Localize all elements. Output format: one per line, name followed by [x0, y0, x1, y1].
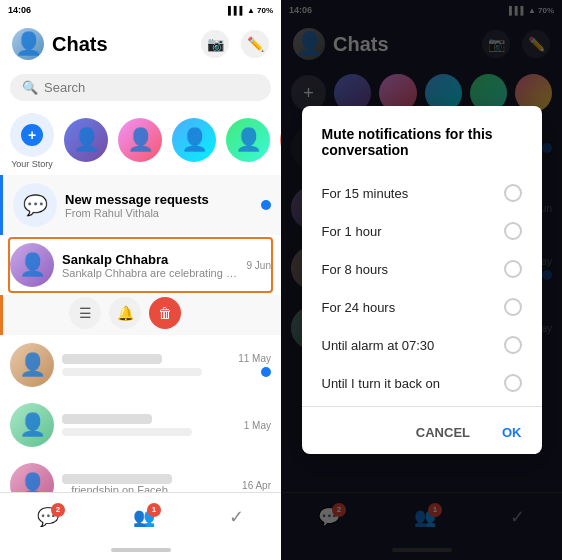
- chat-action-row: ☰ 🔔 🗑: [0, 295, 281, 335]
- nav-active-left[interactable]: ✓: [229, 506, 244, 528]
- edit-button-left[interactable]: ✏️: [241, 30, 269, 58]
- nav-chats-left[interactable]: 💬 2: [37, 506, 59, 528]
- nav-people-left[interactable]: 👥 1: [133, 506, 155, 528]
- wifi-icon: ▲: [247, 6, 255, 15]
- avatar-left[interactable]: 👤: [12, 28, 44, 60]
- chat-meta-2: 11 May: [238, 353, 271, 377]
- chat-content-3: [62, 414, 236, 436]
- radio-3[interactable]: [504, 298, 522, 316]
- signal-icon: ▌▌▌: [228, 6, 245, 15]
- radio-1[interactable]: [504, 222, 522, 240]
- story-avatar-3: 👤: [172, 118, 216, 162]
- active-icon-left: ✓: [229, 506, 244, 528]
- battery-text: 70%: [257, 6, 273, 15]
- mute-option-label-1: For 1 hour: [322, 224, 382, 239]
- chat-name-4: [62, 474, 172, 484]
- chats-badge-left: 2: [51, 503, 65, 517]
- modal-overlay[interactable]: Mute notifications for this conversation…: [281, 0, 562, 560]
- add-story-avatar[interactable]: +: [10, 113, 54, 157]
- chat-meta-4: 16 Apr: [242, 480, 271, 491]
- modal-title: Mute notifications for this conversation: [302, 126, 542, 174]
- chat-list-left: 💬 New message requests From Rahul Vithal…: [0, 175, 281, 492]
- chat-meta-1: 9 Jun: [247, 260, 271, 271]
- story-row-left: + Your Story 👤 👤 👤 👤 👤: [0, 107, 281, 175]
- mute-option-1[interactable]: For 1 hour: [302, 212, 542, 250]
- chat-name-1: Sankalp Chhabra: [62, 252, 239, 267]
- chat-avatar-4: 👤: [10, 463, 54, 492]
- radio-0[interactable]: [504, 184, 522, 202]
- mute-option-label-3: For 24 hours: [322, 300, 396, 315]
- unread-dot-0: [261, 200, 271, 210]
- menu-action-button[interactable]: ☰: [69, 297, 101, 329]
- story-item-1[interactable]: 👤: [64, 118, 108, 164]
- chat-meta-3: 1 May: [244, 420, 271, 431]
- message-request-icon: 💬: [13, 183, 57, 227]
- camera-button-left[interactable]: 📷: [201, 30, 229, 58]
- add-story-label: Your Story: [11, 159, 53, 169]
- chat-avatar-1: 👤: [10, 243, 54, 287]
- chat-item-4[interactable]: 👤 ...friendship on Faceb... 16 Apr: [0, 455, 281, 492]
- bottom-nav-left: 💬 2 👥 1 ✓: [0, 492, 281, 540]
- chat-content-1: Sankalp Chhabra Sankalp Chhabra are cele…: [62, 252, 239, 279]
- search-icon-left: 🔍: [22, 80, 38, 95]
- mute-option-label-4: Until alarm at 07:30: [322, 338, 435, 353]
- chat-name-3: [62, 414, 152, 424]
- chat-preview-4: ...friendship on Faceb...: [62, 484, 234, 492]
- chat-item-2[interactable]: 👤 11 May: [0, 335, 281, 395]
- chat-preview-1: Sankalp Chhabra are celebrating 7 years …: [62, 267, 239, 279]
- radio-4[interactable]: [504, 336, 522, 354]
- story-item-4[interactable]: 👤: [226, 118, 270, 164]
- mute-option-label-2: For 8 hours: [322, 262, 388, 277]
- new-message-request-item[interactable]: 💬 New message requests From Rahul Vithal…: [0, 175, 281, 235]
- chat-time-3: 1 May: [244, 420, 271, 431]
- add-story-item[interactable]: + Your Story: [10, 113, 54, 169]
- unread-dot-2: [261, 367, 271, 377]
- delete-action-button[interactable]: 🗑: [149, 297, 181, 329]
- search-input-left[interactable]: [44, 80, 259, 95]
- message-request-preview: From Rahul Vithala: [65, 207, 253, 219]
- bell-action-button[interactable]: 🔔: [109, 297, 141, 329]
- message-request-name: New message requests: [65, 192, 253, 207]
- story-avatar-2: 👤: [118, 118, 162, 162]
- search-bar-left[interactable]: 🔍: [10, 74, 271, 101]
- chat-avatar-3: 👤: [10, 403, 54, 447]
- page-title-left: Chats: [52, 33, 201, 56]
- chat-preview-3: [62, 428, 192, 436]
- home-bar-left: [111, 548, 171, 552]
- mute-modal: Mute notifications for this conversation…: [302, 106, 542, 454]
- modal-actions: CANCEL OK: [302, 411, 542, 454]
- story-avatar-1: 👤: [64, 118, 108, 162]
- mute-option-2[interactable]: For 8 hours: [302, 250, 542, 288]
- mute-option-label-0: For 15 minutes: [322, 186, 409, 201]
- time-left: 14:06: [8, 5, 31, 15]
- left-panel: 14:06 ▌▌▌ ▲ 70% 👤 Chats 📷 ✏️ 🔍 + Your St…: [0, 0, 281, 560]
- modal-divider: [302, 406, 542, 407]
- modal-ok-button[interactable]: OK: [494, 421, 530, 444]
- modal-cancel-button[interactable]: CANCEL: [408, 421, 478, 444]
- message-request-meta: [261, 200, 271, 210]
- chat-item-1[interactable]: 👤 Sankalp Chhabra Sankalp Chhabra are ce…: [0, 235, 281, 295]
- home-indicator-left: [0, 540, 281, 560]
- mute-option-5[interactable]: Until I turn it back on: [302, 364, 542, 402]
- mute-option-label-5: Until I turn it back on: [322, 376, 441, 391]
- status-bar-left: 14:06 ▌▌▌ ▲ 70%: [0, 0, 281, 20]
- mute-option-4[interactable]: Until alarm at 07:30: [302, 326, 542, 364]
- story-item-3[interactable]: 👤: [172, 118, 216, 164]
- chat-time-4: 16 Apr: [242, 480, 271, 491]
- chat-item-3[interactable]: 👤 1 May: [0, 395, 281, 455]
- radio-5[interactable]: [504, 374, 522, 392]
- mute-option-0[interactable]: For 15 minutes: [302, 174, 542, 212]
- mute-option-3[interactable]: For 24 hours: [302, 288, 542, 326]
- add-story-icon: +: [21, 124, 43, 146]
- status-time-left: 14:06: [8, 5, 31, 15]
- radio-2[interactable]: [504, 260, 522, 278]
- chat-content-2: [62, 354, 230, 376]
- chat-content-4: ...friendship on Faceb...: [62, 474, 234, 492]
- chat-time-2: 11 May: [238, 353, 271, 364]
- header-left: 👤 Chats 📷 ✏️: [0, 20, 281, 68]
- chat-avatar-2: 👤: [10, 343, 54, 387]
- story-item-2[interactable]: 👤: [118, 118, 162, 164]
- right-panel: 14:06 ▌▌▌ ▲ 70% 👤 Chats 📷 ✏️ + 💬 New mes…: [281, 0, 562, 560]
- status-icons-left: ▌▌▌ ▲ 70%: [228, 6, 273, 15]
- action-icons: ☰ 🔔 🗑: [69, 297, 181, 329]
